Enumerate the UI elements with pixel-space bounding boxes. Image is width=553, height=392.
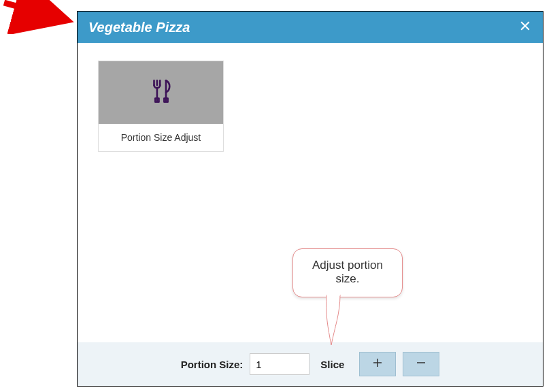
- card-image: [99, 61, 223, 124]
- utensils-icon: [147, 77, 175, 108]
- callout-text: Adjust portion size.: [312, 259, 383, 285]
- annotation-arrow-icon: [0, 0, 82, 34]
- increment-button[interactable]: [359, 352, 396, 376]
- portion-size-label: Portion Size:: [181, 359, 244, 370]
- close-icon: [518, 19, 532, 36]
- svg-line-0: [4, 3, 68, 20]
- portion-dialog: Vegetable Pizza: [77, 11, 543, 387]
- dialog-body: Portion Size Adjust Adjust portion size.: [78, 43, 543, 342]
- callout-bubble: Adjust portion size.: [292, 248, 403, 297]
- plus-icon: [371, 355, 384, 373]
- portion-adjust-card[interactable]: Portion Size Adjust: [98, 61, 224, 152]
- callout-tail-icon: [321, 293, 346, 348]
- dialog-footer: Portion Size: Slice: [78, 342, 543, 386]
- card-label: Portion Size Adjust: [99, 124, 223, 151]
- decrement-button[interactable]: [403, 352, 439, 376]
- dialog-title: Vegetable Pizza: [88, 20, 190, 35]
- minus-icon: [415, 355, 427, 373]
- close-button[interactable]: [518, 19, 532, 35]
- dialog-header: Vegetable Pizza: [78, 12, 543, 43]
- portion-unit-label: Slice: [320, 359, 344, 370]
- portion-size-input[interactable]: [250, 353, 309, 375]
